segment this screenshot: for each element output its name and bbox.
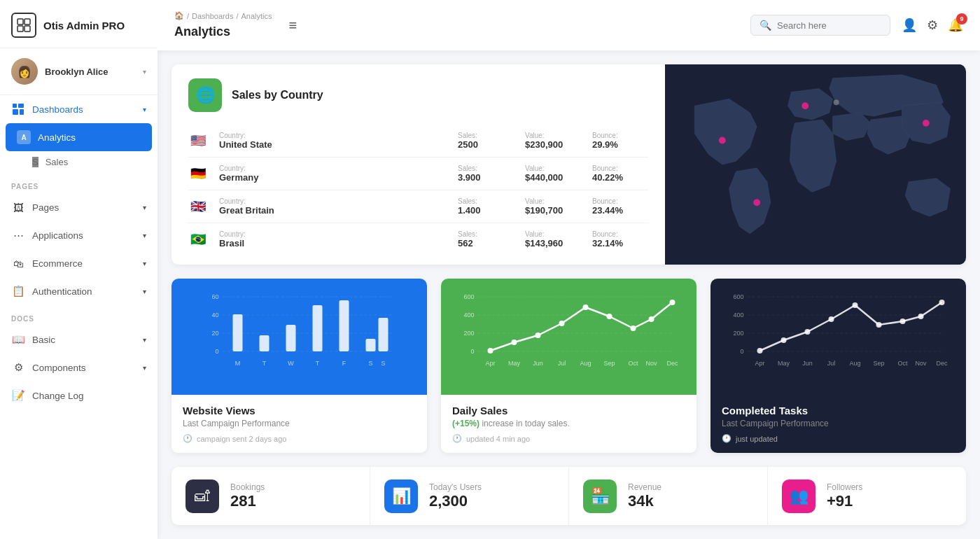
sidebar-item-components[interactable]: ⚙ Components ▾ [0, 354, 158, 382]
globe-icon: 🌐 [188, 78, 222, 112]
sidebar-item-sales[interactable]: S Sales [0, 151, 158, 173]
stat-users: 📊 Today's Users 2,300 [370, 467, 569, 525]
line-chart-svg-dark: 600 400 200 0 [722, 290, 955, 381]
header-icons: 👤 ⚙ 🔔 9 [902, 18, 963, 33]
authentication-label: Authentication [32, 286, 92, 297]
line-chart-svg-green: 600 400 200 0 [452, 290, 685, 381]
svg-text:400: 400 [733, 312, 743, 318]
svg-text:400: 400 [463, 312, 474, 318]
followers-value: +91 [827, 492, 862, 510]
users-label: Today's Users [429, 482, 482, 492]
stat-revenue-info: Revenue 34k [628, 482, 662, 510]
country-info-us: Country: United State [219, 132, 447, 150]
svg-point-75 [876, 322, 882, 328]
notifications-button[interactable]: 🔔 9 [948, 18, 963, 33]
svg-text:W: W [288, 360, 294, 367]
daily-sales-title: Daily Sales [452, 405, 685, 416]
clock-icon-3: 🕐 [722, 434, 732, 443]
breadcrumb-dashboards[interactable]: Dashboards [192, 12, 233, 20]
sidebar-item-pages[interactable]: 🖼 Pages ▾ [0, 193, 158, 221]
svg-point-48 [583, 304, 589, 310]
svg-text:200: 200 [463, 330, 474, 337]
analytics-badge: A [17, 130, 31, 144]
svg-text:May: May [508, 360, 521, 367]
settings-button[interactable]: ⚙ [927, 18, 938, 33]
sales-country-left: 🌐 Sales by Country 🇺🇸 Country: United St… [172, 64, 665, 265]
svg-point-44 [488, 348, 493, 354]
bookings-value: 281 [230, 492, 265, 510]
profile-button[interactable]: 👤 [902, 18, 917, 33]
svg-text:Sep: Sep [603, 360, 615, 367]
website-views-meta: 🕐 campaign sent 2 days ago [183, 434, 416, 443]
sidebar-item-changelog[interactable]: 📝 Change Log [0, 382, 158, 410]
svg-text:Nov: Nov [645, 360, 657, 367]
section-label-pages: PAGES [0, 173, 158, 193]
search-input[interactable] [777, 20, 881, 31]
authentication-icon: 📋 [11, 284, 25, 298]
breadcrumb-separator2: / [236, 12, 238, 20]
sales-label: Sales [46, 157, 69, 167]
svg-text:Aug: Aug [849, 360, 860, 367]
svg-point-50 [631, 326, 636, 331]
stat-followers: 👥 Followers +91 [768, 467, 966, 525]
sidebar-logo: Otis Admin PRO [0, 0, 158, 48]
clock-icon-2: 🕐 [452, 434, 462, 443]
svg-point-77 [918, 314, 924, 319]
svg-text:S: S [368, 360, 372, 367]
svg-text:S: S [381, 360, 385, 367]
world-map [665, 64, 966, 265]
table-row: 🇬🇧 Country: Great Britain Sales: 1.400 V… [188, 190, 648, 223]
sidebar-item-authentication[interactable]: 📋 Authentication ▾ [0, 277, 158, 305]
revenue-label: Revenue [628, 482, 662, 492]
daily-sales-badge: (+15%) [452, 419, 479, 428]
revenue-value: 34k [628, 492, 662, 510]
sidebar-item-ecommerce[interactable]: 🛍 Ecommerce ▾ [0, 249, 158, 277]
breadcrumb-separator1: / [187, 12, 189, 20]
svg-rect-6 [13, 109, 18, 115]
avatar: 👩 [11, 58, 38, 85]
svg-rect-3 [24, 26, 30, 31]
country-info-br: Country: Brasil [219, 230, 447, 248]
flag-br: 🇧🇷 [188, 232, 208, 246]
svg-point-10 [802, 102, 808, 109]
pages-chevron-icon: ▾ [143, 204, 146, 211]
authentication-chevron-icon: ▾ [143, 288, 146, 295]
svg-text:May: May [778, 360, 790, 367]
table-row: 🇧🇷 Country: Brasil Sales: 562 Value: $14… [188, 223, 648, 255]
revenue-icon: 🏪 [583, 479, 617, 513]
stat-bookings: 🛋 Bookings 281 [172, 467, 370, 525]
search-icon: 🔍 [760, 20, 771, 31]
sidebar-item-dashboards[interactable]: Dashboards ▾ [0, 95, 158, 123]
svg-rect-28 [379, 318, 388, 351]
svg-rect-7 [20, 109, 24, 115]
svg-text:200: 200 [733, 330, 743, 337]
svg-point-70 [757, 348, 763, 354]
bookings-label: Bookings [230, 482, 265, 492]
completed-tasks-info: Completed Tasks Last Campaign Performanc… [710, 395, 966, 453]
svg-text:40: 40 [211, 312, 218, 318]
sidebar-item-basic[interactable]: 📖 Basic ▾ [0, 326, 158, 354]
users-icon: 📊 [384, 479, 418, 513]
country-sales-br: Sales: 562 [458, 230, 514, 248]
svg-text:Jul: Jul [827, 360, 836, 367]
basic-icon: 📖 [11, 332, 25, 346]
country-info-gb: Country: Great Britain [219, 197, 447, 216]
country-label: Country: [219, 132, 447, 139]
stat-followers-info: Followers +91 [827, 482, 862, 510]
sidebar-item-analytics[interactable]: A Analytics [6, 123, 152, 151]
components-label: Components [32, 363, 86, 373]
pages-label: Pages [32, 202, 59, 213]
country-bounce-br: Bounce: 32.14% [592, 230, 648, 248]
flag-us: 🇺🇸 [188, 134, 208, 148]
user-section[interactable]: 👩 Brooklyn Alice ▾ [0, 48, 158, 95]
svg-text:Jul: Jul [558, 360, 566, 367]
svg-text:Nov: Nov [915, 360, 927, 367]
svg-rect-4 [13, 104, 17, 108]
daily-sales-subtitle: (+15%) increase in today sales. [452, 419, 685, 428]
svg-text:Dec: Dec [936, 360, 948, 367]
svg-point-51 [649, 316, 654, 322]
completed-tasks-chart: 600 400 200 0 [710, 279, 966, 395]
country-bounce-gb: Bounce: 23.44% [592, 197, 648, 216]
menu-toggle-button[interactable]: ≡ [283, 15, 302, 36]
sidebar-item-applications[interactable]: ⋯ Applications ▾ [0, 221, 158, 249]
